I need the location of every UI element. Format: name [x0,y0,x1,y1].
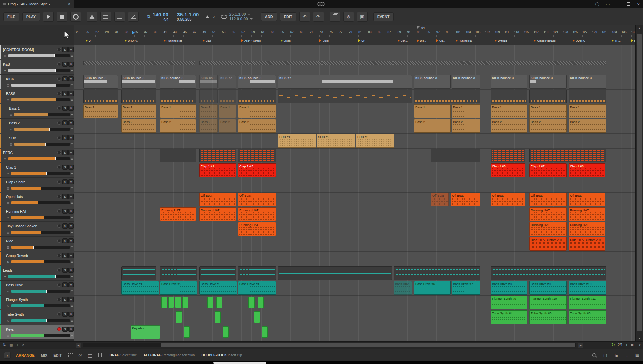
play-menu-button[interactable]: PLAY [22,12,40,21]
time-value[interactable]: 0:58.285 [177,17,199,22]
clip-bass-1[interactable]: Bass 1 [569,104,606,118]
scroll-left-button[interactable]: ◀ [76,343,81,348]
loop-start-value[interactable]: 25.1.1.00 [229,12,246,17]
cue-marker-op[interactable]: Op... [436,39,445,43]
clip-running-hat[interactable]: Running HAT [238,222,276,236]
clip-off-beat[interactable]: Off Beat [238,193,276,206]
activity-indicator[interactable] [57,151,61,154]
metronome-button[interactable] [87,12,97,22]
mute-button[interactable]: M [68,327,74,332]
grid-view-button[interactable] [20,28,26,34]
track-header-control-room[interactable]: [CONTROL ROOM]SM▥≡ [0,45,74,60]
clip-bass-1[interactable]: Bass 1 [121,104,156,118]
vertical-scroll-thumb[interactable] [637,34,642,331]
clip[interactable] [182,297,188,308]
track-header-ride[interactable]: RideSM▥≡ [0,237,74,251]
track-menu-icon[interactable]: ≡ [71,334,73,337]
arranger-row-group-reverb[interactable] [74,251,636,266]
volume-fader[interactable] [8,157,70,160]
mute-button[interactable]: M [68,282,74,287]
volume-fader[interactable] [14,143,70,146]
clip[interactable] [160,266,197,280]
arranger-row-control-room[interactable] [74,45,636,60]
clip[interactable] [529,149,606,162]
play-button[interactable] [43,12,54,22]
solo-button[interactable]: S [62,135,68,140]
arranger-row-kick[interactable]: KICK-bounce-3KICK-bounce-3KICK-bounce-3K… [74,75,636,90]
track-menu-icon[interactable]: ≡ [71,186,73,190]
cue-marker-atmos-picotado[interactable]: Atmos Picotado [534,39,556,43]
clip-bass-1[interactable]: Bass 1 [199,104,218,118]
clip-bass-1[interactable]: Bass 1 [414,104,451,118]
search-icon[interactable] [592,353,596,357]
clip-bass-1[interactable]: Bass 1 [452,104,480,118]
clip[interactable] [529,90,567,103]
clip[interactable] [414,90,480,103]
activity-indicator[interactable] [57,48,61,51]
solo-button[interactable]: S [62,165,68,170]
clip-bass-1[interactable]: Bass 1 [219,104,236,118]
track-menu-icon[interactable]: ≡ [71,260,73,264]
clip-bass-1[interactable]: Bass 1 [491,104,527,118]
event-button[interactable]: EVENT [373,12,394,21]
activity-indicator[interactable] [57,224,61,228]
clip-sub-1[interactable]: SUB #1 [278,134,316,148]
clip-kick-bounce-3[interactable]: KICK-bounce-3 [529,75,567,89]
track-header-leads[interactable]: LeadsSM▾≡ [0,266,74,280]
mute-button[interactable]: M [68,135,74,140]
tempo-display[interactable]: ⇅ 140.00 4/4 [144,11,171,22]
volume-fader[interactable] [14,113,70,116]
track-header-group-reverb[interactable]: Group ReverbSM↻≡ [0,251,74,266]
clip-bass-drive-10[interactable]: Bass Drive #10 [569,281,606,295]
solo-button[interactable]: S [62,91,68,96]
cue-marker-clap[interactable]: Clap [203,39,211,43]
minimize-button[interactable] [616,4,620,4]
clip[interactable] [168,297,174,308]
clip-bass-1[interactable]: Bass 1 [83,104,118,118]
mute-button[interactable]: M [68,253,74,258]
solo-button[interactable]: S [62,253,68,258]
volume-fader[interactable] [8,275,70,278]
cue-marker-running-hat[interactable]: Running Hat [164,39,182,43]
clip[interactable] [491,266,606,280]
clip-flanger-synth-9[interactable]: Flanger Synth #9 [491,296,527,309]
solo-button[interactable]: S [62,76,68,81]
solo-button[interactable]: S [62,297,68,302]
clip-off-beat[interactable]: Off Beat [199,193,236,206]
solo-button[interactable]: S [62,106,68,111]
position-display[interactable]: 35.1.1.00 0:58.285 [174,11,201,22]
mute-button[interactable]: M [68,238,74,243]
clip[interactable] [83,61,195,65]
track-menu-icon[interactable]: ≡ [71,172,73,175]
arranger-row-open-hats[interactable]: Off BeatOff BeatOff BeatOff BeatOff Beat… [74,192,636,207]
activity-indicator[interactable] [57,312,61,316]
track-menu-icon[interactable]: ≡ [71,157,73,161]
cue-marker-drop-1[interactable]: DROP 1 [125,39,138,43]
clip[interactable] [491,90,527,103]
arranger-row-bass-1[interactable]: Bass 1Bass 1Bass 1Bass 1Bass 1Bass 1Bass… [74,104,636,119]
clip-running-hat[interactable]: Running HAT [199,207,236,221]
volume-fader[interactable] [11,304,70,307]
mute-button[interactable]: M [68,165,74,170]
activity-indicator[interactable] [57,254,61,257]
track-menu-icon[interactable]: ≡ [71,216,73,219]
volume-fader[interactable] [11,172,70,175]
loop-length-row[interactable]: 112.0.0.00 [229,17,253,21]
clip-bass-2[interactable]: Bass 2 [569,119,606,133]
track-menu-icon[interactable]: ≡ [71,304,73,308]
track-header-bass-1[interactable]: Bass 1SM▤≡ [0,104,74,118]
mute-button[interactable]: M [68,209,74,214]
activity-indicator[interactable] [57,165,61,169]
volume-fader[interactable] [11,290,70,293]
clip-kick-bounce-3[interactable]: KICK-bounce-3 [452,75,480,89]
arranger-row-running-hat[interactable]: Running HATRunning HATRunning HATRunning… [74,207,636,222]
clip-clap-1-6[interactable]: Clap 1 #6 [491,163,525,177]
cue-marker-up[interactable]: UP [358,39,365,43]
time-sig-marker[interactable]: 4/4 [417,26,425,29]
clip-running-hat[interactable]: Running HAT [238,207,276,221]
track-list-view-button[interactable] [5,28,12,34]
clip-clap-1-5[interactable]: Clap 1 #5 [238,163,276,177]
track-header-flanger-synth[interactable]: Flanger SynthSM≈≡ [0,295,74,310]
arranger-row-flanger-synth[interactable]: Flanger Synth #9Flanger Synth #10Flanger… [74,295,636,310]
package-icon[interactable]: ▣ [615,353,618,358]
